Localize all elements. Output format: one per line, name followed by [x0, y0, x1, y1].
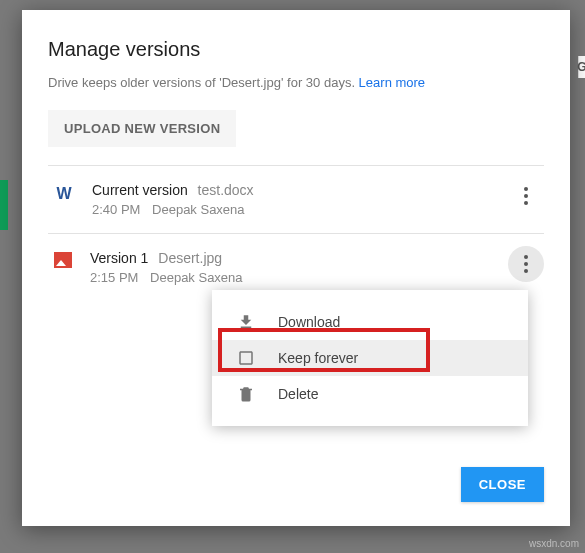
- version-title-line: Version 1 Desert.jpg: [90, 250, 538, 266]
- version-meta-line: 2:40 PM Deepak Saxena: [92, 202, 538, 217]
- more-vertical-icon: [524, 187, 528, 205]
- version-info: Version 1 Desert.jpg 2:15 PM Deepak Saxe…: [90, 250, 538, 285]
- version-info: Current version test.docx 2:40 PM Deepak…: [92, 182, 538, 217]
- manage-versions-dialog: Manage versions Drive keeps older versio…: [22, 10, 570, 526]
- version-meta-line: 2:15 PM Deepak Saxena: [90, 270, 538, 285]
- dialog-title: Manage versions: [48, 38, 544, 61]
- version-label: Version 1: [90, 250, 148, 266]
- close-button[interactable]: CLOSE: [461, 467, 544, 502]
- more-actions-button[interactable]: [508, 178, 544, 214]
- menu-item-label: Keep forever: [278, 350, 358, 366]
- version-row: W Current version test.docx 2:40 PM Deep…: [48, 166, 544, 233]
- more-vertical-icon: [524, 255, 528, 273]
- menu-item-label: Delete: [278, 386, 318, 402]
- version-label: Current version: [92, 182, 188, 198]
- checkbox-outline-icon: [236, 348, 256, 368]
- menu-item-delete[interactable]: Delete: [212, 376, 528, 412]
- background-google-edge: G: [578, 56, 585, 78]
- image-file-icon: [54, 252, 72, 268]
- menu-item-keep-forever[interactable]: Keep forever: [212, 340, 528, 376]
- version-time: 2:40 PM: [92, 202, 140, 217]
- version-filename: test.docx: [198, 182, 254, 198]
- dialog-subtitle: Drive keeps older versions of 'Desert.jp…: [48, 75, 544, 90]
- menu-item-download[interactable]: Download: [212, 304, 528, 340]
- more-actions-button[interactable]: [508, 246, 544, 282]
- version-author: Deepak Saxena: [150, 270, 243, 285]
- download-icon: [236, 312, 256, 332]
- watermark-text: wsxdn.com: [529, 538, 579, 549]
- version-actions-menu: Download Keep forever Delete: [212, 290, 528, 426]
- version-author: Deepak Saxena: [152, 202, 245, 217]
- background-accent: [0, 180, 8, 230]
- menu-item-label: Download: [278, 314, 340, 330]
- upload-new-version-button[interactable]: UPLOAD NEW VERSION: [48, 110, 236, 147]
- word-file-icon: W: [54, 184, 74, 204]
- learn-more-link[interactable]: Learn more: [359, 75, 425, 90]
- trash-icon: [236, 384, 256, 404]
- version-filename: Desert.jpg: [158, 250, 222, 266]
- version-title-line: Current version test.docx: [92, 182, 538, 198]
- version-time: 2:15 PM: [90, 270, 138, 285]
- subtitle-text: Drive keeps older versions of 'Desert.jp…: [48, 75, 359, 90]
